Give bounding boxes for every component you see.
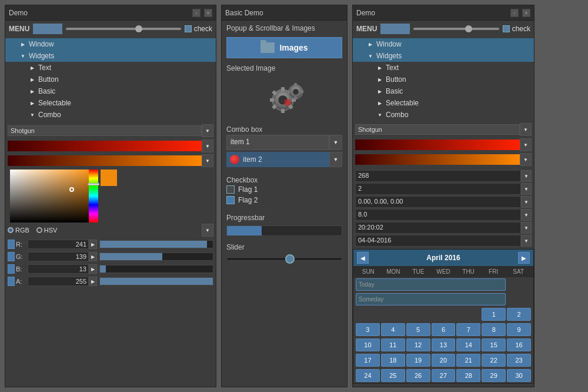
left-panel-titlebar: Demo - × <box>5 5 216 21</box>
cal-day-14[interactable]: 14 <box>456 338 480 351</box>
cal-day-21[interactable]: 21 <box>456 354 480 367</box>
cal-day-7[interactable]: 7 <box>456 323 480 336</box>
cal-day-5[interactable]: 5 <box>406 323 430 336</box>
slider-track[interactable] <box>226 257 342 261</box>
cal-day-30[interactable]: 30 <box>507 369 531 382</box>
minimize-button[interactable]: - <box>192 9 201 17</box>
cal-day-4[interactable]: 4 <box>381 323 405 336</box>
tree-item-widgets[interactable]: Widgets <box>5 50 216 62</box>
right-tree-item-widgets[interactable]: Widgets <box>353 50 534 62</box>
cal-day-25[interactable]: 25 <box>381 369 405 382</box>
cal-day-w1-2 <box>406 308 430 321</box>
menu-slider[interactable] <box>66 28 181 30</box>
tree-item-button[interactable]: Button <box>5 74 216 85</box>
cal-day-22[interactable]: 22 <box>482 354 506 367</box>
red-bar-arrow[interactable]: ▼ <box>202 139 213 152</box>
flag2-item[interactable]: Flag 2 <box>226 196 342 204</box>
shotgun-combo-arrow[interactable]: ▼ <box>202 124 213 137</box>
right-check-box[interactable]: check <box>503 25 530 33</box>
right-close-button[interactable]: × <box>522 9 530 17</box>
hue-strip[interactable] <box>89 170 98 222</box>
check-box[interactable]: check <box>185 25 212 33</box>
cal-day-9[interactable]: 9 <box>507 323 531 336</box>
right-menu-button[interactable] <box>380 24 410 34</box>
extra-field-2-arrow[interactable]: ▼ <box>521 183 532 195</box>
channel-a-handle[interactable] <box>8 277 15 286</box>
close-button[interactable]: × <box>204 9 212 17</box>
flag2-label: Flag 2 <box>238 196 258 204</box>
cal-day-15[interactable]: 15 <box>482 338 506 351</box>
right-tree-item-button[interactable]: Button <box>353 74 534 85</box>
cal-day-17[interactable]: 17 <box>356 354 380 367</box>
right-tree-item-selectable[interactable]: Selectable <box>353 97 534 109</box>
cal-day-sat: SAT <box>506 267 531 276</box>
channel-r-value: 241 <box>28 240 89 249</box>
cal-day-3[interactable]: 3 <box>356 323 380 336</box>
tree-item-text[interactable]: Text <box>5 62 216 74</box>
right-tree-item-text[interactable]: Text <box>353 62 534 74</box>
extra-field-xyz-arrow[interactable]: ▼ <box>521 196 532 208</box>
channel-g-arrow[interactable]: ▶ <box>89 252 97 261</box>
extra-field-8-arrow[interactable]: ▼ <box>521 209 532 221</box>
right-tree-item-window[interactable]: Window <box>353 38 534 50</box>
channel-b-arrow[interactable]: ▶ <box>89 264 97 274</box>
color-mode-arrow[interactable]: ▼ <box>202 224 213 237</box>
combo-item2-selected[interactable]: item 2 <box>226 152 329 167</box>
hsv-radio[interactable]: HSV <box>36 227 58 234</box>
flag1-checkbox[interactable] <box>226 185 235 194</box>
slider-thumb[interactable] <box>285 254 295 264</box>
cal-day-16[interactable]: 16 <box>507 338 531 351</box>
channel-b-bar <box>99 265 213 273</box>
middle-panel-titlebar: Basic Demo <box>222 5 347 21</box>
cal-day-29[interactable]: 29 <box>482 369 506 382</box>
flag1-item[interactable]: Flag 1 <box>226 185 342 194</box>
right-minimize-button[interactable]: - <box>510 9 519 17</box>
extra-field-date-arrow[interactable]: ▼ <box>521 235 532 247</box>
cal-day-12[interactable]: 12 <box>406 338 430 351</box>
cal-day-23[interactable]: 23 <box>507 354 531 367</box>
cal-day-28[interactable]: 28 <box>456 369 480 382</box>
right-tree-item-basic[interactable]: Basic <box>353 85 534 97</box>
right-tree-item-combo[interactable]: Combo <box>353 109 534 121</box>
combo-item1-value[interactable]: item 1 <box>226 135 329 150</box>
channel-g-handle[interactable] <box>8 252 15 261</box>
channel-b-value: 13 <box>28 264 89 274</box>
cal-day-26[interactable]: 26 <box>406 369 430 382</box>
cal-day-10[interactable]: 10 <box>356 338 380 351</box>
right-menu-slider[interactable] <box>413 28 499 30</box>
cal-day-19[interactable]: 19 <box>406 354 430 367</box>
cal-day-20[interactable]: 20 <box>432 354 456 367</box>
tree-item-combo[interactable]: Combo <box>5 109 216 121</box>
cal-next-button[interactable]: ▶ <box>518 252 530 264</box>
cal-prev-button[interactable]: ◀ <box>357 252 369 264</box>
cal-day-2[interactable]: 2 <box>507 308 531 321</box>
cal-day-24[interactable]: 24 <box>356 369 380 382</box>
flag2-checkbox[interactable] <box>226 196 235 204</box>
tree-item-basic[interactable]: Basic <box>5 85 216 97</box>
cal-day-6[interactable]: 6 <box>432 323 456 336</box>
extra-field-time-arrow[interactable]: ▼ <box>521 222 532 234</box>
color-picker-canvas[interactable] <box>10 170 98 222</box>
channel-b-handle[interactable] <box>8 264 15 274</box>
cal-day-1[interactable]: 1 <box>482 308 506 321</box>
cal-day-8[interactable]: 8 <box>482 323 506 336</box>
combo-item2-arrow[interactable]: ▼ <box>329 152 342 167</box>
channel-r-handle[interactable] <box>8 240 15 249</box>
channel-r-arrow[interactable]: ▶ <box>89 240 97 249</box>
cal-day-18[interactable]: 18 <box>381 354 405 367</box>
rgb-radio[interactable]: RGB <box>8 227 29 234</box>
cal-day-13[interactable]: 13 <box>432 338 456 351</box>
tree-item-window[interactable]: Window <box>5 38 216 50</box>
cal-day-27[interactable]: 27 <box>432 369 456 382</box>
combo-item1-arrow[interactable]: ▼ <box>329 135 342 150</box>
right-orange-bar-arrow[interactable]: ▼ <box>520 153 532 166</box>
menu-button[interactable] <box>33 24 62 34</box>
channel-a-arrow[interactable]: ▶ <box>89 277 97 286</box>
orange-bar-arrow[interactable]: ▼ <box>202 154 213 167</box>
right-shotgun-combo-arrow[interactable]: ▼ <box>520 123 532 136</box>
cal-day-11[interactable]: 11 <box>381 338 405 351</box>
right-red-bar-arrow[interactable]: ▼ <box>520 138 532 151</box>
images-button[interactable]: Images <box>226 37 342 58</box>
extra-field-268-arrow[interactable]: ▼ <box>521 170 532 182</box>
tree-item-selectable[interactable]: Selectable <box>5 97 216 109</box>
